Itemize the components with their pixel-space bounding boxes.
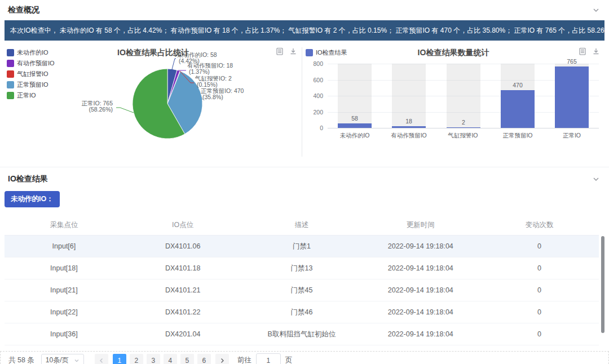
- summary-banner: 本次IO检查中， 未动作的IO 有 58 个，占比 4.42%； 有动作预留IO…: [5, 20, 604, 41]
- table-row: Input[36]DX4201.04B取料阻挡气缸初始位2022-09-14 1…: [5, 323, 599, 345]
- bar-legend-item-1[interactable]: IO检查结果: [306, 48, 347, 57]
- download-icon[interactable]: [592, 47, 600, 55]
- overview-title: 检查概况: [8, 5, 39, 15]
- column-header: 采集点位: [5, 215, 123, 236]
- pie-legend-item-2[interactable]: 有动作预留IO: [7, 59, 55, 68]
- table-cell: DX4101.18: [123, 258, 242, 279]
- legend-label: 正常IO: [17, 91, 36, 100]
- page-size-select[interactable]: 10条/页: [41, 354, 84, 364]
- table-cell: 门禁46: [242, 301, 361, 323]
- legend-swatch-icon: [7, 70, 14, 78]
- charts-row: IO检查结果占比统计 未动作的IO有动作预留IO气缸报警IO正常预留IO正常IO…: [5, 45, 604, 159]
- page-button-2[interactable]: 2: [130, 354, 143, 364]
- table-cell: 门禁13: [242, 258, 361, 279]
- results-collapse-chevron-icon[interactable]: [592, 175, 600, 183]
- bar-value-label: 2: [438, 119, 489, 126]
- legend-swatch-icon: [7, 92, 14, 99]
- pie-label-leader: [116, 108, 134, 113]
- chevron-down-icon: [74, 358, 80, 363]
- pie-label-leader: [172, 59, 176, 69]
- table-cell: 0: [480, 301, 599, 323]
- data-view-icon[interactable]: [579, 47, 586, 55]
- legend-label: 未动作的IO: [17, 48, 48, 57]
- table-cell: DX4201.04: [123, 323, 242, 345]
- y-tick-label: 200: [302, 109, 323, 116]
- pie-legend-item-1[interactable]: 未动作的IO: [7, 48, 55, 57]
- pie-legend: 未动作的IO有动作预留IO气缸报警IO正常预留IO正常IO: [7, 48, 55, 100]
- legend-swatch-icon: [7, 81, 14, 88]
- pie-legend-item-3[interactable]: 气缸报警IO: [7, 70, 55, 78]
- goto-unit: 页: [285, 356, 293, 364]
- page-button-3[interactable]: 3: [147, 354, 160, 364]
- chevron-right-icon: [219, 357, 226, 364]
- table-cell: 0: [480, 236, 599, 258]
- legend-swatch-icon: [7, 60, 14, 67]
- bar-category-label: 有动作预留IO: [382, 132, 436, 140]
- page-button-1[interactable]: 1: [113, 354, 126, 364]
- table-cell: 0: [480, 323, 599, 345]
- table-cell: 2022-09-14 19:18:04: [361, 301, 480, 323]
- table-cell: 0: [480, 279, 599, 301]
- pie-slice-label-5: 正常IO: 765(58.26%): [82, 100, 113, 113]
- pie-legend-item-5[interactable]: 正常IO: [7, 91, 55, 100]
- bar-chart: 020040060080058未动作的IO18有动作预留IO2气缸报警IO470…: [302, 45, 604, 159]
- legend-label: 正常预留IO: [17, 81, 48, 89]
- legend-label: 有动作预留IO: [17, 59, 55, 68]
- goto-label: 前往: [237, 356, 251, 364]
- bar-category-label: 气缸报警IO: [436, 132, 490, 140]
- y-tick-label: 800: [302, 60, 323, 67]
- x-axis-line: [328, 128, 599, 128]
- page-button-5[interactable]: 5: [180, 354, 194, 364]
- table-cell: 2022-09-14 19:18:04: [361, 323, 480, 345]
- pagination-total: 共 58 条: [8, 356, 34, 364]
- chevron-left-icon: [98, 357, 105, 364]
- pagination: 共 58 条 10条/页 123456 前往 页: [0, 351, 609, 364]
- bar-category-label: 正常预留IO: [491, 132, 545, 140]
- filter-row: 未动作的IO：: [0, 188, 609, 215]
- results-table-wrap: 采集点位IO点位描述更新时间变动次数 Input[6]DX4101.06门禁12…: [5, 215, 604, 345]
- legend-swatch-icon: [306, 49, 313, 56]
- column-header: 描述: [242, 215, 361, 236]
- bar-category-label: 正常IO: [545, 132, 599, 140]
- table-cell: DX4101.21: [123, 279, 242, 301]
- bar-legend: IO检查结果: [306, 48, 347, 57]
- table-cell: Input[6]: [5, 236, 123, 258]
- page-button-4[interactable]: 4: [164, 354, 177, 364]
- bar-5[interactable]: [555, 66, 589, 128]
- table-cell: Input[18]: [5, 258, 123, 279]
- scrollbar-thumb[interactable]: [601, 236, 604, 333]
- table-cell: Input[22]: [5, 301, 123, 323]
- pie-chart-toolbar: [276, 47, 297, 55]
- page-size-value: 10条/页: [46, 356, 69, 364]
- table-cell: DX4101.06: [123, 236, 242, 258]
- bar-1[interactable]: [338, 123, 372, 128]
- table-cell: 门禁45: [242, 279, 361, 301]
- filter-category-button[interactable]: 未动作的IO：: [5, 191, 60, 207]
- data-view-icon[interactable]: [276, 47, 284, 55]
- next-page-button[interactable]: [215, 354, 229, 364]
- pie-chart-panel: IO检查结果占比统计 未动作的IO有动作预留IO气缸报警IO正常预留IO正常IO…: [5, 45, 302, 159]
- bar-category-label: 未动作的IO: [328, 132, 382, 140]
- table-cell: DX4101.22: [123, 301, 242, 323]
- bar-background-band: [447, 64, 480, 128]
- table-row: Input[6]DX4101.06门禁12022-09-14 19:18:040: [5, 236, 599, 258]
- page-button-6[interactable]: 6: [197, 354, 211, 364]
- goto-page-input[interactable]: [256, 353, 281, 364]
- results-header: IO检查结果: [0, 167, 609, 188]
- overview-header: 检查概况: [0, 0, 609, 19]
- bar-chart-panel: IO检查结果数量统计 IO检查结果 020040060080058未动作的IO1…: [302, 45, 604, 159]
- table-cell: Input[36]: [5, 323, 123, 345]
- prev-page-button[interactable]: [95, 354, 108, 364]
- download-icon[interactable]: [289, 47, 297, 55]
- y-tick-label: 600: [302, 77, 323, 83]
- page-buttons: 123456: [111, 354, 213, 364]
- overview-collapse-chevron-icon[interactable]: [592, 6, 600, 14]
- column-header: 变动次数: [480, 215, 599, 236]
- table-row: Input[21]DX4101.21门禁452022-09-14 19:18:0…: [5, 279, 599, 301]
- bar-value-label: 470: [492, 82, 543, 88]
- column-header: 更新时间: [361, 215, 480, 236]
- bar-chart-toolbar: [579, 47, 600, 55]
- bar-value-label: 765: [546, 58, 597, 65]
- pie-legend-item-4[interactable]: 正常预留IO: [7, 81, 55, 89]
- bar-4[interactable]: [501, 90, 535, 128]
